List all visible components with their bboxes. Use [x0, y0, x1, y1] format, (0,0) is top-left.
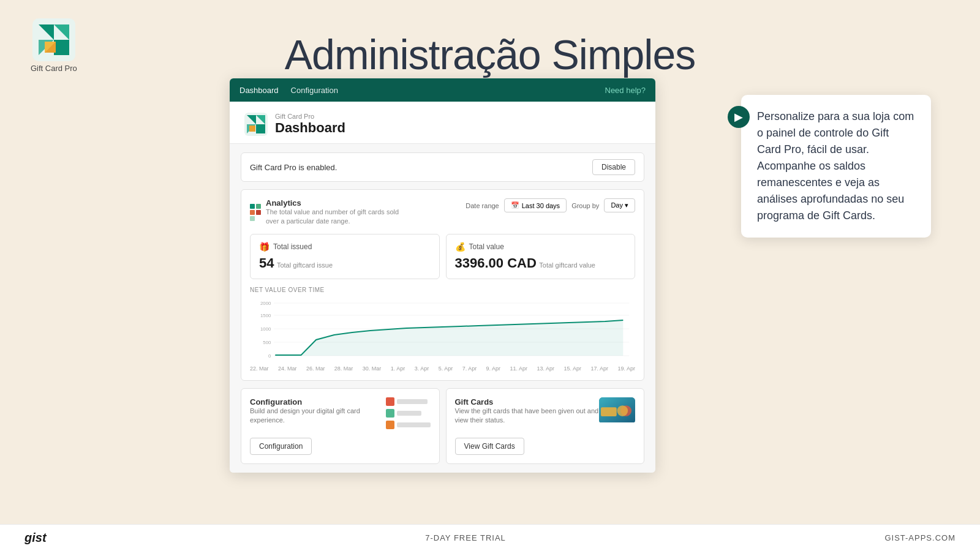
giftcards-title: Gift Cards — [455, 397, 600, 407]
chart-label-10: 11. Apr — [510, 365, 528, 372]
callout-text: Personalize para a sua loja com o painel… — [757, 108, 915, 224]
chart-svg: 2000 1500 1000 500 0 — [250, 297, 635, 364]
analytics-controls: Date range 📅 Last 30 days Group by Day ▾ — [466, 198, 635, 212]
group-by-button[interactable]: Day ▾ — [604, 198, 635, 212]
config-card-desc: Build and design your digital gift card … — [250, 407, 380, 425]
analytics-description: The total value and number of gift cards… — [266, 208, 401, 227]
chart-container: 2000 1500 1000 500 0 — [250, 297, 635, 364]
chart-label-8: 7. Apr — [462, 365, 477, 372]
total-value-sublabel: Total giftcard value — [539, 261, 595, 269]
page-header: Administração Simples — [0, 0, 980, 78]
analytics-icon-group: Analytics The total value and number of … — [250, 198, 401, 227]
svg-marker-11 — [256, 124, 265, 133]
svg-text:1500: 1500 — [260, 313, 271, 318]
svg-rect-25 — [601, 407, 617, 416]
configuration-card: Configuration Build and design your digi… — [241, 388, 440, 464]
bottom-cards: Configuration Build and design your digi… — [241, 388, 644, 464]
chart-label-12: 15. Apr — [564, 365, 581, 372]
callout: ▶ Personalize para a sua loja com o pain… — [741, 95, 931, 238]
gift-cards-card: Gift Cards View the gift cards that have… — [446, 388, 645, 464]
config-card-title: Configuration — [250, 397, 380, 407]
analytics-title: Analytics — [266, 198, 401, 208]
chart-label-3: 28. Mar — [334, 365, 353, 372]
calendar-icon: 📅 — [511, 201, 519, 209]
chart-label-1: 24. Mar — [278, 365, 297, 372]
nav-configuration[interactable]: Configuration — [291, 86, 338, 95]
svg-rect-12 — [249, 126, 255, 132]
chart-labels: 22. Mar 24. Mar 26. Mar 28. Mar 30. Mar … — [250, 365, 635, 372]
chart-label-0: 22. Mar — [250, 365, 269, 372]
date-range-button[interactable]: 📅 Last 30 days — [504, 198, 567, 212]
footer-trial: 7-DAY FREE TRIAL — [425, 533, 506, 542]
total-value-label: 💰 Total value — [455, 242, 627, 252]
chart-label-5: 1. Apr — [391, 365, 405, 372]
footer-url: GIST-APPS.COM — [884, 533, 956, 542]
dashboard-app-name: Gift Card Pro — [275, 113, 345, 120]
gift-icon: 🎁 — [259, 242, 270, 252]
date-range-label: Date range — [466, 202, 499, 209]
dashboard-title-group: Gift Card Pro Dashboard — [275, 113, 345, 136]
logo-area: Gift Card Pro — [31, 18, 77, 73]
app-window: Dashboard Configuration Need help? Gift … — [230, 78, 655, 473]
group-by-label: Group by — [571, 202, 599, 209]
chart-label-4: 30. Mar — [363, 365, 382, 372]
dashboard-header: Gift Card Pro Dashboard — [230, 102, 655, 144]
analytics-header: Analytics The total value and number of … — [250, 198, 635, 227]
config-card-header: Configuration Build and design your digi… — [250, 397, 431, 433]
stats-row: 🎁 Total issued 54 Total giftcard issue 💰… — [250, 234, 635, 279]
svg-text:1000: 1000 — [260, 326, 271, 332]
config-illustration — [386, 397, 431, 429]
giftcards-header: Gift Cards View the gift cards that have… — [455, 397, 636, 433]
nav-dashboard[interactable]: Dashboard — [239, 86, 279, 95]
svg-text:2000: 2000 — [260, 301, 271, 306]
chart-label-9: 9. Apr — [486, 365, 501, 372]
chart-section: NET VALUE OVER TIME 2000 1500 1000 500 — [250, 287, 635, 372]
total-issued-value: 54 — [259, 255, 274, 271]
chart-label-13: 17. Apr — [590, 365, 608, 372]
analytics-info: Analytics The total value and number of … — [266, 198, 401, 227]
chart-label-14: 19. Apr — [617, 365, 635, 372]
total-value-text: Total value — [469, 242, 504, 251]
nav-links: Dashboard Configuration — [239, 86, 338, 95]
status-bar: Gift Card Pro is enabled. Disable — [241, 152, 644, 182]
status-text: Gift Card Pro is enabled. — [250, 163, 337, 172]
main-title: Administração Simples — [285, 31, 696, 78]
svg-point-27 — [617, 405, 628, 416]
chart-label-2: 26. Mar — [306, 365, 325, 372]
view-gift-cards-button[interactable]: View Gift Cards — [455, 438, 524, 455]
svg-text:0: 0 — [268, 353, 271, 359]
total-issued-label: 🎁 Total issued — [259, 242, 431, 252]
dollar-icon: 💰 — [455, 242, 466, 252]
logo-icon — [32, 18, 75, 61]
giftcards-desc: View the gift cards that have been given… — [455, 407, 600, 425]
callout-arrow: ▶ — [728, 106, 750, 128]
giftcard-thumbnail — [599, 397, 635, 432]
total-issued-card: 🎁 Total issued 54 Total giftcard issue — [250, 234, 440, 279]
dashboard-app-icon — [244, 113, 268, 136]
content-area: Gift Card Pro is enabled. Disable Analy — [230, 144, 655, 473]
nav-help[interactable]: Need help? — [605, 86, 646, 95]
configuration-button[interactable]: Configuration — [250, 438, 312, 455]
chart-title: NET VALUE OVER TIME — [250, 287, 635, 293]
analytics-dots-icon — [250, 204, 261, 221]
total-issued-sublabel: Total giftcard issue — [277, 261, 333, 269]
nav-bar: Dashboard Configuration Need help? — [230, 78, 655, 102]
date-range-value: Last 30 days — [522, 202, 560, 209]
dashboard-title: Dashboard — [275, 120, 345, 136]
svg-text:500: 500 — [263, 340, 271, 345]
svg-marker-4 — [54, 40, 69, 55]
total-value-amount: 3396.00 CAD — [455, 255, 537, 271]
footer: gist 7-DAY FREE TRIAL GIST-APPS.COM — [0, 524, 980, 551]
group-by-value: Day — [611, 201, 623, 209]
chart-label-6: 3. Apr — [415, 365, 429, 372]
footer-brand: gist — [24, 531, 47, 545]
total-value-card: 💰 Total value 3396.00 CAD Total giftcard… — [446, 234, 636, 279]
total-issued-text: Total issued — [273, 242, 312, 251]
chart-label-11: 13. Apr — [537, 365, 555, 372]
logo-text: Gift Card Pro — [31, 64, 77, 73]
chart-label-7: 5. Apr — [439, 365, 453, 372]
disable-button[interactable]: Disable — [592, 159, 635, 175]
analytics-section: Analytics The total value and number of … — [241, 189, 644, 381]
